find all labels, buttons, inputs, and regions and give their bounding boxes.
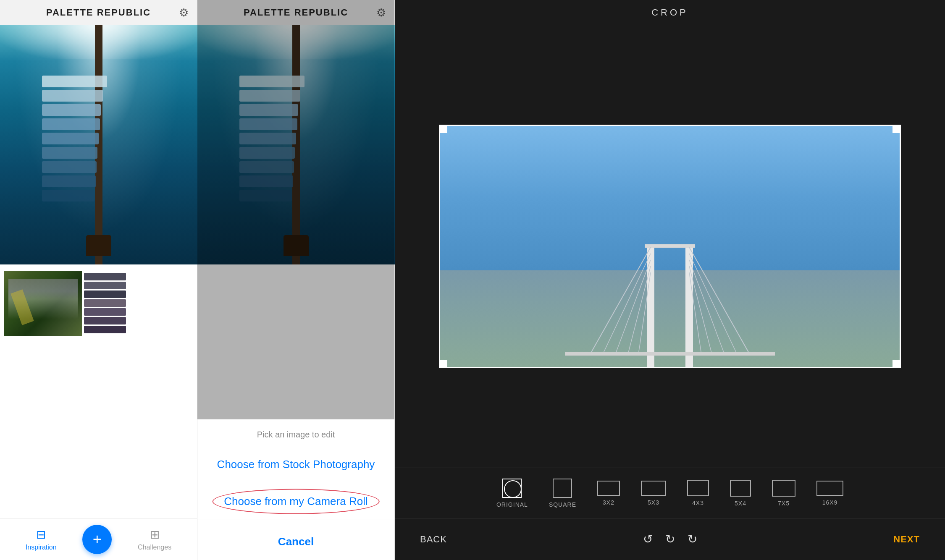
inspiration-label-1: Inspiration (26, 544, 57, 551)
ratio-7x5-icon (772, 480, 795, 497)
next-button[interactable]: NEXT (893, 534, 920, 545)
panel-modal: PALETTE REPUBLIC ⚙ Pick an image to edit (197, 0, 395, 560)
challenges-label-1: Challenges (138, 544, 171, 551)
thumb-img-1[interactable] (4, 271, 82, 336)
crop-header: CROP (395, 0, 945, 25)
ratio-4x3-label: 4X3 (692, 500, 704, 506)
crop-action-bar: BACK ↺ ↻ ↻ NEXT (395, 518, 945, 560)
add-button-1[interactable]: + (82, 525, 112, 554)
tab-challenges-1[interactable]: ⊞ Challenges (138, 528, 171, 551)
stock-photography-option[interactable]: Choose from Stock Photography (197, 446, 394, 483)
panel-inspiration: PALETTE REPUBLIC ⚙ (0, 0, 197, 560)
thumbnail-row-1 (4, 271, 193, 336)
inspiration-icon-1: ⊟ (36, 528, 46, 542)
rotate-right-button[interactable]: ↻ (665, 532, 675, 546)
ratio-original-label: ORIGINAL (496, 501, 528, 508)
crop-ratio-bar: ORIGINAL SQUARE 3X2 5X3 4X3 5X4 (395, 468, 945, 518)
svg-rect-2 (645, 244, 695, 248)
svg-point-14 (504, 481, 521, 497)
crop-corner-bl[interactable] (439, 360, 447, 368)
camera-roll-label: Choose from my Camera Roll (224, 495, 368, 508)
tab-inspiration-1[interactable]: ⊟ Inspiration (26, 528, 57, 551)
ratio-square-label: SQUARE (549, 501, 576, 508)
ratio-4x3[interactable]: 4X3 (687, 480, 709, 506)
crop-corner-br[interactable] (892, 360, 901, 368)
thumb-swatches-1 (82, 271, 128, 336)
challenges-icon-1: ⊞ (150, 528, 160, 542)
ratio-16x9-icon (816, 481, 843, 496)
action-icons: ↺ ↻ ↻ (643, 532, 697, 546)
app-header-1: PALETTE REPUBLIC ⚙ (0, 0, 197, 25)
svg-rect-13 (565, 352, 775, 356)
flip-button[interactable]: ↻ (688, 532, 697, 546)
ratio-square[interactable]: SQUARE (549, 479, 576, 508)
modal-overlay: Pick an image to edit Choose from Stock … (197, 0, 394, 560)
svg-line-4 (603, 254, 651, 354)
crop-image (440, 126, 900, 367)
bottom-content-1 (0, 264, 197, 518)
ratio-5x3-label: 5X3 (648, 499, 659, 506)
panel-crop: CROP (395, 0, 945, 560)
ocean-background-1 (0, 25, 197, 264)
camera-roll-option[interactable]: Choose from my Camera Roll (197, 483, 394, 520)
gear-icon-1[interactable]: ⚙ (179, 6, 189, 19)
cancel-option[interactable]: Cancel (197, 523, 394, 560)
ratio-5x4[interactable]: 5X4 (730, 480, 751, 507)
main-image-1 (0, 25, 197, 264)
back-button[interactable]: BACK (420, 534, 447, 545)
stock-photography-label: Choose from Stock Photography (217, 458, 375, 471)
svg-line-9 (689, 254, 737, 354)
ratio-original-icon (502, 479, 522, 498)
ratio-5x3[interactable]: 5X3 (641, 481, 666, 506)
svg-rect-0 (647, 245, 654, 367)
ratio-7x5-label: 7X5 (778, 500, 790, 507)
crop-image-container[interactable] (439, 125, 901, 368)
ratio-5x4-label: 5X4 (735, 500, 746, 507)
svg-rect-1 (685, 245, 693, 367)
crop-main-area (395, 25, 945, 468)
ratio-16x9-label: 16X9 (822, 499, 838, 506)
tab-bar-1: ⊟ Inspiration + ⊞ Challenges (0, 518, 197, 560)
crop-title: CROP (651, 7, 688, 18)
bridge-svg (565, 233, 775, 367)
color-swatches-left-1 (42, 76, 107, 201)
app-title-1: PALETTE REPUBLIC (46, 7, 151, 18)
ratio-5x4-icon (730, 480, 751, 497)
ratio-16x9[interactable]: 16X9 (816, 481, 843, 506)
crop-corner-tl[interactable] (439, 125, 447, 133)
crop-corner-tr[interactable] (892, 125, 901, 133)
ratio-3x2[interactable]: 3X2 (597, 481, 620, 506)
ratio-7x5[interactable]: 7X5 (772, 480, 795, 507)
modal-title: Pick an image to edit (197, 419, 394, 446)
ratio-4x3-icon (687, 480, 709, 496)
ratio-original[interactable]: ORIGINAL (496, 479, 528, 508)
modal-sheet: Pick an image to edit Choose from Stock … (197, 419, 394, 560)
ratio-5x3-icon (641, 481, 666, 496)
ratio-square-icon (553, 479, 572, 498)
add-icon-1: + (93, 531, 102, 548)
ratio-3x2-icon (597, 481, 620, 496)
rotate-left-button[interactable]: ↺ (643, 532, 653, 546)
ratio-3x2-label: 3X2 (603, 499, 614, 506)
